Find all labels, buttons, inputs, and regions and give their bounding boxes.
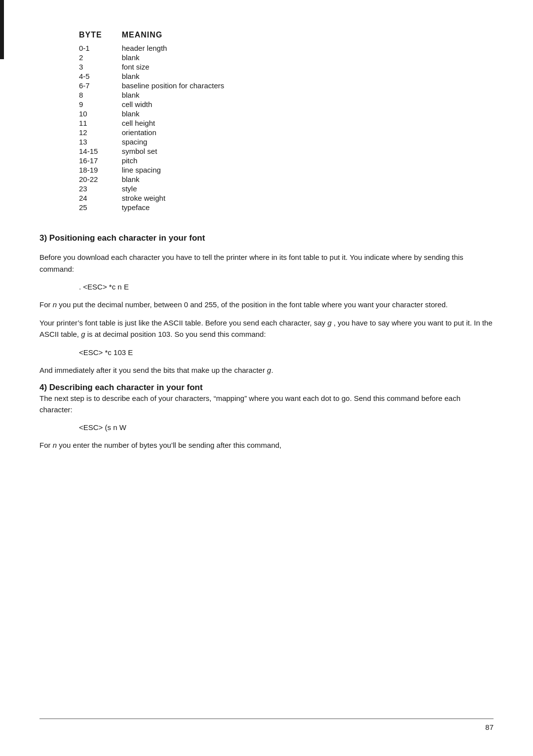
section3-para2-n: n xyxy=(53,300,57,309)
table-cell-byte: 13 xyxy=(79,137,122,146)
byte-table-section: BYTE MEANING 0-1header length2blank3font… xyxy=(79,30,494,212)
section3-para4-prefix: And immediately after it you send the bi… xyxy=(39,366,267,374)
table-row: 14-15symbol set xyxy=(79,146,244,156)
table-row: 11cell height xyxy=(79,118,244,128)
table-cell-byte: 24 xyxy=(79,193,122,203)
section3-para3-g1: g xyxy=(327,319,331,327)
section4-para2-n: n xyxy=(53,441,57,449)
table-row: 18-19line spacing xyxy=(79,165,244,175)
table-cell-meaning: pitch xyxy=(122,156,244,165)
table-row: 23style xyxy=(79,184,244,193)
section4-para2-suffix: you enter the number of bytes you’ll be … xyxy=(57,441,281,449)
section3-para3-end: is at decimal position 103. So you send … xyxy=(85,330,266,338)
table-cell-byte: 4-5 xyxy=(79,72,122,81)
section3-para4: And immediately after it you send the bi… xyxy=(39,364,494,376)
table-cell-meaning: orientation xyxy=(122,128,244,137)
table-row: 10blank xyxy=(79,109,244,118)
section4-para2: For n you enter the number of bytes you’… xyxy=(39,439,494,451)
section4-heading-container: 4) Describing each character in your fon… xyxy=(39,383,494,393)
section3-para4-suffix: . xyxy=(271,366,273,374)
left-bar-decoration xyxy=(0,0,4,59)
table-row: 12orientation xyxy=(79,128,244,137)
table-cell-byte: 8 xyxy=(79,90,122,100)
table-cell-meaning: typeface xyxy=(122,203,244,212)
table-cell-meaning: font size xyxy=(122,62,244,72)
table-cell-byte: 0-1 xyxy=(79,43,122,53)
bottom-rule xyxy=(39,719,494,719)
section4-para1: The next step is to describe each of you… xyxy=(39,393,494,416)
table-cell-meaning: spacing xyxy=(122,137,244,146)
section3-para2: For n you put the decimal number, betwee… xyxy=(39,299,494,310)
table-cell-byte: 20-22 xyxy=(79,175,122,184)
table-row: 24stroke weight xyxy=(79,193,244,203)
byte-meaning-table: BYTE MEANING 0-1header length2blank3font… xyxy=(79,30,244,212)
table-row: 2blank xyxy=(79,53,244,62)
table-row: 20-22blank xyxy=(79,175,244,184)
section4-command1: <ESC> (s n W xyxy=(79,423,494,432)
table-row: 3font size xyxy=(79,62,244,72)
table-cell-meaning: blank xyxy=(122,53,244,62)
table-cell-byte: 16-17 xyxy=(79,156,122,165)
table-cell-meaning: cell height xyxy=(122,118,244,128)
table-cell-meaning: blank xyxy=(122,109,244,118)
table-cell-byte: 3 xyxy=(79,62,122,72)
section3-para3-g2: g xyxy=(81,330,85,338)
table-cell-meaning: blank xyxy=(122,175,244,184)
table-cell-meaning: blank xyxy=(122,90,244,100)
table-row: 8blank xyxy=(79,90,244,100)
table-row: 16-17pitch xyxy=(79,156,244,165)
table-cell-meaning: line spacing xyxy=(122,165,244,175)
section3-para2-suffix: you put the decimal number, between 0 an… xyxy=(57,300,448,309)
table-cell-byte: 11 xyxy=(79,118,122,128)
section3-command2: <ESC> *c 103 E xyxy=(79,348,494,357)
table-row: 13spacing xyxy=(79,137,244,146)
col-meaning-header: MEANING xyxy=(122,30,244,43)
table-cell-meaning: cell width xyxy=(122,100,244,109)
table-cell-byte: 12 xyxy=(79,128,122,137)
table-cell-byte: 25 xyxy=(79,203,122,212)
table-cell-byte: 14-15 xyxy=(79,146,122,156)
page: BYTE MEANING 0-1header length2blank3font… xyxy=(0,0,533,756)
table-cell-byte: 10 xyxy=(79,109,122,118)
section3-para3-prefix: Your printer’s font table is just like t… xyxy=(39,319,327,327)
table-cell-meaning: symbol set xyxy=(122,146,244,156)
section3-command1: . <ESC> *c n E xyxy=(79,283,494,291)
table-cell-byte: 2 xyxy=(79,53,122,62)
table-row: 9cell width xyxy=(79,100,244,109)
table-cell-meaning: blank xyxy=(122,72,244,81)
section3-heading-container: 3) Positioning each character in your fo… xyxy=(39,232,494,245)
table-cell-byte: 9 xyxy=(79,100,122,109)
table-row: 6-7baseline position for characters xyxy=(79,81,244,90)
table-cell-meaning: stroke weight xyxy=(122,193,244,203)
section4-para2-prefix: For xyxy=(39,441,53,449)
table-cell-byte: 18-19 xyxy=(79,165,122,175)
table-row: 4-5blank xyxy=(79,72,244,81)
section3-para1: Before you download each character you h… xyxy=(39,252,494,275)
page-number: 87 xyxy=(485,723,494,731)
table-cell-byte: 23 xyxy=(79,184,122,193)
table-row: 0-1header length xyxy=(79,43,244,53)
section4-heading: 4) Describing each character in your fon… xyxy=(39,383,203,392)
table-cell-meaning: baseline position for characters xyxy=(122,81,244,90)
col-byte-header: BYTE xyxy=(79,30,122,43)
table-row: 25typeface xyxy=(79,203,244,212)
table-cell-meaning: header length xyxy=(122,43,244,53)
table-cell-meaning: style xyxy=(122,184,244,193)
section3-para2-prefix: For xyxy=(39,300,53,309)
table-cell-byte: 6-7 xyxy=(79,81,122,90)
section3-heading: 3) Positioning each character in your fo… xyxy=(39,233,205,243)
section3-para3: Your printer’s font table is just like t… xyxy=(39,317,494,340)
